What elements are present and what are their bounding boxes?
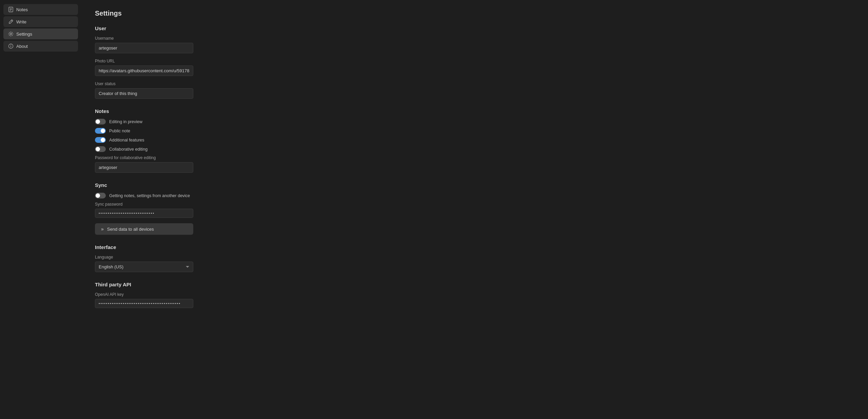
main-content: Settings User Username Photo URL User st… bbox=[81, 0, 868, 419]
user-status-label: User status bbox=[95, 81, 854, 86]
sync-password-group: Sync password bbox=[95, 202, 854, 218]
svg-point-8 bbox=[11, 45, 11, 45]
sidebar-item-about-label: About bbox=[16, 44, 28, 49]
svg-point-5 bbox=[10, 33, 12, 35]
getting-notes-toggle[interactable] bbox=[95, 193, 106, 198]
openai-key-group: OpenAI API key bbox=[95, 292, 854, 308]
about-icon bbox=[8, 43, 14, 49]
photo-url-label: Photo URL bbox=[95, 59, 854, 63]
toggle-public-note: Public note bbox=[95, 128, 854, 134]
openai-key-input[interactable] bbox=[95, 299, 193, 308]
sync-section: Sync Getting notes, settings from anothe… bbox=[95, 182, 854, 235]
username-input[interactable] bbox=[95, 43, 193, 53]
notes-section-title: Notes bbox=[95, 108, 854, 114]
svg-line-4 bbox=[11, 20, 12, 21]
user-status-input[interactable] bbox=[95, 88, 193, 99]
openai-key-label: OpenAI API key bbox=[95, 292, 854, 297]
user-section: User Username Photo URL User status bbox=[95, 25, 854, 99]
collaborative-editing-toggle[interactable] bbox=[95, 146, 106, 152]
photo-url-group: Photo URL bbox=[95, 59, 854, 76]
send-button-label: Send data to all devices bbox=[107, 227, 154, 232]
sidebar-item-write[interactable]: Write bbox=[3, 16, 78, 27]
additional-features-toggle[interactable] bbox=[95, 137, 106, 143]
public-note-toggle[interactable] bbox=[95, 128, 106, 134]
sync-password-label: Sync password bbox=[95, 202, 854, 207]
user-status-group: User status bbox=[95, 81, 854, 99]
photo-url-input[interactable] bbox=[95, 65, 193, 76]
sync-section-title: Sync bbox=[95, 182, 854, 188]
write-icon bbox=[8, 19, 14, 24]
username-group: Username bbox=[95, 36, 854, 53]
third-party-section: Third party API OpenAI API key bbox=[95, 282, 854, 308]
toggle-collaborative-editing: Collaborative editing bbox=[95, 146, 854, 152]
notes-section: Notes Editing in preview Public note Add… bbox=[95, 108, 854, 173]
sidebar-item-settings-label: Settings bbox=[16, 32, 32, 37]
third-party-section-title: Third party API bbox=[95, 282, 854, 287]
user-section-title: User bbox=[95, 25, 854, 31]
public-note-label: Public note bbox=[109, 129, 130, 133]
sync-password-input[interactable] bbox=[95, 209, 193, 218]
interface-section-title: Interface bbox=[95, 244, 854, 250]
language-label: Language bbox=[95, 255, 854, 260]
send-icon: » bbox=[101, 226, 104, 232]
getting-notes-label: Getting notes, settings from another dev… bbox=[109, 193, 190, 198]
language-group: Language English (US) English (GB) Russi… bbox=[95, 255, 854, 272]
page-title: Settings bbox=[95, 9, 854, 17]
sidebar: Notes Write Settings About bbox=[0, 0, 81, 419]
toggle-editing-preview: Editing in preview bbox=[95, 119, 854, 125]
collab-password-input[interactable] bbox=[95, 162, 193, 173]
send-data-button[interactable]: » Send data to all devices bbox=[95, 223, 193, 235]
sidebar-item-notes-label: Notes bbox=[16, 7, 28, 12]
notes-icon bbox=[8, 7, 14, 12]
collaborative-editing-label: Collaborative editing bbox=[109, 147, 147, 152]
sidebar-item-notes[interactable]: Notes bbox=[3, 4, 78, 15]
toggle-getting-notes: Getting notes, settings from another dev… bbox=[95, 193, 854, 198]
sidebar-item-write-label: Write bbox=[16, 19, 26, 24]
editing-preview-label: Editing in preview bbox=[109, 119, 142, 124]
additional-features-label: Additional features bbox=[109, 138, 144, 142]
sidebar-item-about[interactable]: About bbox=[3, 41, 78, 52]
editing-preview-toggle[interactable] bbox=[95, 119, 106, 125]
collab-password-label: Password for collaborative editing bbox=[95, 155, 854, 160]
collab-password-group: Password for collaborative editing bbox=[95, 155, 854, 173]
settings-icon bbox=[8, 31, 14, 37]
sidebar-item-settings[interactable]: Settings bbox=[3, 28, 78, 39]
toggle-additional-features: Additional features bbox=[95, 137, 854, 143]
username-label: Username bbox=[95, 36, 854, 41]
language-select[interactable]: English (US) English (GB) Russian bbox=[95, 262, 193, 272]
interface-section: Interface Language English (US) English … bbox=[95, 244, 854, 272]
